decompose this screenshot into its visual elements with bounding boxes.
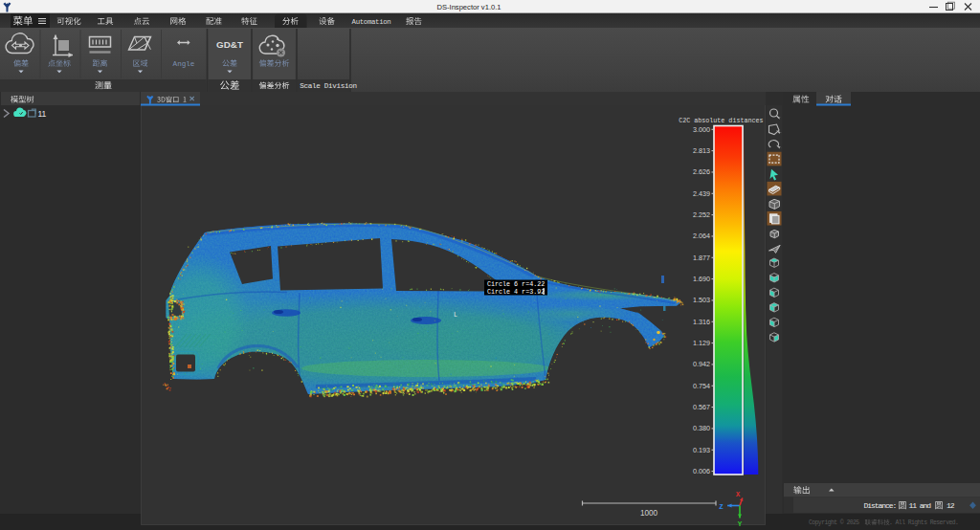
svg-text:1000: 1000 (640, 509, 658, 518)
svg-text:X: X (736, 491, 741, 498)
svg-text:Circle 4 r=3.92: Circle 4 r=3.92 (487, 288, 545, 296)
svg-text:11: 11 (38, 109, 47, 119)
svg-text:0.380: 0.380 (693, 424, 710, 432)
svg-text:1.877: 1.877 (693, 254, 710, 262)
svg-text:DS-Inspector v1.0.1: DS-Inspector v1.0.1 (436, 3, 501, 11)
svg-text:0.193: 0.193 (693, 446, 710, 454)
svg-text:2.626: 2.626 (693, 167, 710, 176)
svg-text:Copyright © 2025: Copyright © 2025 (809, 519, 859, 526)
svg-text:1.690: 1.690 (693, 275, 710, 283)
svg-text:0.754: 0.754 (693, 382, 710, 390)
svg-text:1.316: 1.316 (693, 318, 710, 326)
svg-text:L: L (454, 312, 457, 319)
svg-text:. All Rights Reserved.: . All Rights Reserved. (889, 519, 958, 526)
svg-text:0.006: 0.006 (693, 467, 710, 475)
svg-text:11 and: 11 and (909, 501, 932, 510)
svg-text:GD&T: GD&T (216, 39, 243, 50)
svg-text:2.439: 2.439 (693, 189, 710, 198)
svg-text:Distance:: Distance: (864, 501, 897, 510)
svg-text:C2C absolute distances: C2C absolute distances (679, 117, 763, 124)
svg-text:Z: Z (719, 503, 724, 511)
svg-text:0.567: 0.567 (693, 403, 710, 411)
svg-text:12: 12 (947, 501, 955, 510)
svg-text:Y: Y (738, 520, 743, 528)
svg-text:1.129: 1.129 (693, 339, 710, 347)
svg-text:Angle: Angle (173, 60, 195, 68)
svg-text:Automation: Automation (352, 18, 391, 26)
svg-text:Scale Division: Scale Division (300, 82, 357, 90)
svg-text:1.503: 1.503 (693, 296, 710, 304)
svg-text:2.064: 2.064 (693, 232, 710, 240)
svg-text:0.942: 0.942 (693, 360, 710, 368)
svg-text:2.252: 2.252 (693, 210, 710, 219)
svg-text:2.813: 2.813 (693, 146, 710, 155)
svg-text:3.000: 3.000 (693, 125, 710, 134)
